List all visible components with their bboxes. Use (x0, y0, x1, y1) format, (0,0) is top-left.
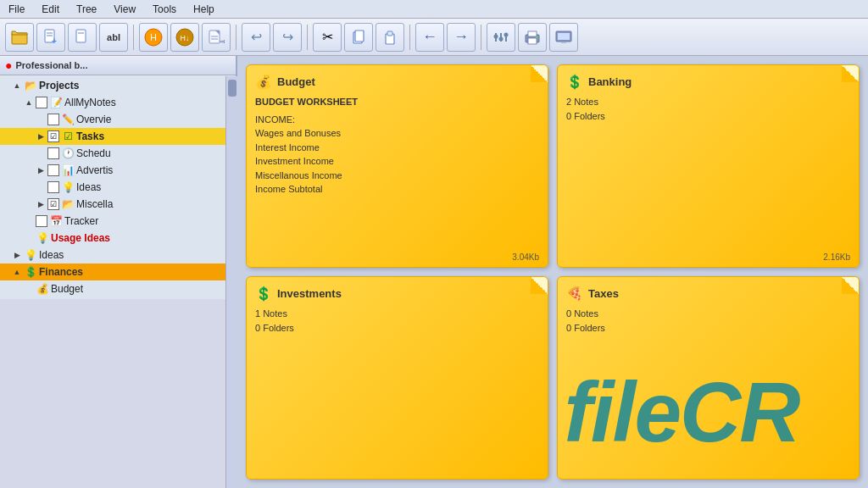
tree-item-tracker[interactable]: ▶ 📅 Tracker (0, 213, 236, 230)
svg-point-20 (494, 34, 498, 38)
expand-icon: ▶ (36, 165, 46, 175)
tree-label: Overvie (76, 114, 111, 125)
export-button[interactable]: ⇒ (202, 23, 231, 52)
tree-item-ideas-sub[interactable]: ▶ 💡 Ideas (0, 179, 236, 196)
sidebar-scrollbar[interactable] (225, 76, 237, 488)
menu-file[interactable]: File (5, 3, 28, 16)
sidebar-title: Professional b... (15, 60, 87, 70)
back-button[interactable]: ← (415, 23, 444, 52)
tree-item-projects[interactable]: ▲ 📂 Projects (0, 77, 236, 94)
budget-line-6: Miscellanous Income (255, 169, 539, 183)
format-button[interactable]: abI (99, 23, 128, 52)
menu-edit[interactable]: Edit (38, 3, 63, 16)
svg-point-28 (536, 36, 537, 38)
sidebar-icon: ● (5, 58, 12, 72)
tree-item-budget[interactable]: ▶ 💰 Budget (0, 280, 236, 297)
bulb-icon: 💡 (61, 180, 75, 194)
investments-line-2: 0 Folders (255, 321, 539, 336)
tree-item-tasks[interactable]: ▶ ☑ ☑ Tasks (0, 128, 236, 145)
svg-point-24 (504, 32, 509, 36)
taxes-line-2: 0 Folders (566, 321, 850, 336)
paste-button[interactable] (376, 23, 404, 52)
expand-icon: ▲ (24, 97, 34, 108)
forward-button[interactable]: → (447, 23, 476, 52)
menu-tools[interactable]: Tools (149, 3, 180, 16)
tree-item-overview[interactable]: ▶ ✏️ Overvie (0, 111, 236, 128)
banking-card[interactable]: 💲 Banking 2 Notes 0 Folders 2.16Kb (557, 64, 860, 268)
banking-line-1: 2 Notes (566, 95, 850, 109)
separator-3 (307, 25, 308, 50)
separator-2 (236, 25, 236, 50)
budget-line-4: Interest Income (255, 141, 539, 155)
hierarchy-button[interactable]: H↓ (170, 23, 199, 52)
new-note-button[interactable]: + (36, 23, 65, 52)
taxes-card[interactable]: 🍕 Taxes 0 Notes 0 Folders (557, 276, 860, 480)
taxes-title: Taxes (588, 287, 619, 300)
expand-icon: ▶ (12, 250, 22, 260)
tree-item-allmynotes[interactable]: ▲ 📝 AllMyNotes (0, 94, 236, 111)
main-layout: ● Professional b... ▲ 📂 Projects ▲ 📝 All… (0, 56, 868, 488)
tree-item-usage-ideas[interactable]: ▶ 💡 Usage Ideas (0, 230, 236, 247)
check-icon (36, 215, 47, 227)
dollar-icon: 💲 (24, 265, 37, 279)
check-icon: ☑ (47, 130, 59, 142)
scroll-thumb[interactable] (228, 80, 236, 97)
banking-card-header: 💲 Banking (566, 74, 850, 90)
menu-tree[interactable]: Tree (73, 3, 100, 16)
pen-icon: ✏️ (61, 113, 75, 126)
menu-view[interactable]: View (110, 3, 139, 16)
bulb-icon3: 💡 (24, 248, 37, 262)
cut-button[interactable]: ✂ (313, 23, 342, 52)
undo-button[interactable]: ↩ (242, 23, 270, 52)
taxes-icon: 🍕 (566, 286, 583, 302)
new-sub-button[interactable] (68, 23, 97, 52)
tree-item-schedule[interactable]: ▶ 🕐 Schedu (0, 145, 236, 162)
toolbar: + abI H H↓ ⇒ ↩ ↪ ✂ ← → (0, 19, 868, 56)
tree-label: Budget (51, 283, 83, 295)
tree-label: Tasks (76, 130, 104, 142)
budget-card-header: 💰 Budget (255, 74, 539, 90)
budget-card[interactable]: 💰 Budget BUDGET WORKSHEET INCOME: Wages … (246, 64, 548, 268)
calendar-icon: 📅 (49, 214, 63, 228)
sidebar: ● Professional b... ▲ 📂 Projects ▲ 📝 All… (0, 56, 237, 299)
budget-line-3: Wages and Bonuses (255, 126, 539, 141)
tree-label: Ideas (76, 181, 101, 193)
tree-item-ideas[interactable]: ▶ 💡 Ideas (0, 247, 236, 263)
content-area: 💰 Budget BUDGET WORKSHEET INCOME: Wages … (237, 56, 868, 488)
new-folder-button[interactable] (5, 23, 34, 52)
tree-label: Usage Ideas (51, 232, 110, 244)
taxes-card-header: 🍕 Taxes (566, 286, 850, 302)
investments-card[interactable]: 💲 Investments 1 Notes 0 Folders (246, 276, 548, 480)
budget-line-7: Income Subtotal (255, 182, 539, 197)
equalizer-button[interactable] (487, 23, 515, 52)
banking-size: 2.16Kb (823, 252, 850, 262)
expand-icon: ▲ (12, 80, 22, 91)
tree-item-miscella[interactable]: ▶ ☑ 📂 Miscella (0, 196, 236, 213)
banking-line-2: 0 Folders (566, 109, 850, 124)
tree-area[interactable]: ▲ 📂 Projects ▲ 📝 AllMyNotes ▶ ✏️ Overvie (0, 75, 236, 299)
svg-rect-32 (561, 42, 566, 43)
print-button[interactable] (518, 23, 547, 52)
chart-icon: 📊 (61, 164, 75, 177)
investments-line-1: 1 Notes (255, 307, 539, 321)
menu-help[interactable]: Help (190, 3, 218, 16)
banking-icon: 💲 (566, 74, 583, 90)
tree-item-advertising[interactable]: ▶ 📊 Advertis (0, 162, 236, 179)
copy-button[interactable] (344, 23, 373, 52)
bulb-icon2: 💡 (36, 231, 49, 245)
svg-point-22 (499, 36, 504, 41)
sidebar-wrapper: ● Professional b... ▲ 📂 Projects ▲ 📝 All… (0, 56, 237, 488)
tree-label: Advertis (76, 164, 113, 176)
check-icon (36, 97, 47, 108)
svg-text:H↓: H↓ (181, 34, 190, 42)
tree-item-finances[interactable]: ▲ 💲 Finances (0, 263, 236, 280)
banking-body: 2 Notes 0 Folders (566, 95, 850, 123)
monitor-button[interactable] (549, 23, 578, 52)
home-button[interactable]: H (139, 23, 168, 52)
tree-label: Projects (39, 80, 79, 92)
redo-button[interactable]: ↪ (273, 23, 302, 52)
investments-body: 1 Notes 0 Folders (255, 307, 539, 335)
expand-icon: ▶ (36, 131, 46, 141)
svg-rect-30 (558, 33, 570, 40)
tree-label: AllMyNotes (64, 97, 116, 108)
